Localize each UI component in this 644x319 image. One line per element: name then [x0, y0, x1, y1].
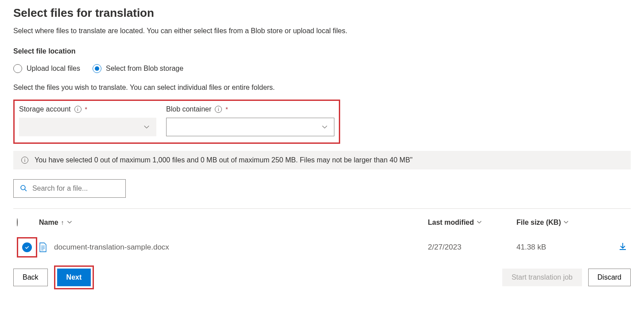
file-last-modified: 2/27/2023	[428, 243, 516, 252]
page-subtitle: Select where files to translate are loca…	[13, 27, 631, 35]
footer-actions: Back Next Start translation job Discard	[13, 265, 631, 289]
select-all-checkbox[interactable]	[17, 218, 18, 227]
chevron-down-icon	[563, 219, 569, 227]
file-table-header: Name ↑ Last modified File size (KB)	[13, 213, 631, 232]
file-size: 41.38 kB	[516, 243, 605, 252]
radio-icon	[13, 64, 22, 73]
info-icon[interactable]: i	[74, 106, 81, 113]
required-indicator: *	[225, 106, 228, 113]
table-divider	[13, 208, 631, 209]
radio-label: Upload local files	[27, 65, 80, 73]
row-select-highlight	[17, 237, 37, 258]
file-search-box[interactable]	[13, 179, 126, 198]
storage-account-dropdown[interactable]	[19, 118, 156, 136]
file-name: document-translation-sample.docx	[54, 243, 169, 252]
radio-label: Select from Blob storage	[106, 65, 183, 73]
chevron-down-icon	[67, 219, 72, 227]
download-icon[interactable]	[618, 242, 627, 253]
blob-container-dropdown[interactable]	[166, 118, 334, 136]
column-last-modified[interactable]: Last modified	[428, 219, 516, 227]
blob-container-label: Blob container	[166, 105, 211, 113]
next-button-highlight: Next	[54, 265, 94, 289]
column-label: Last modified	[428, 219, 474, 227]
radio-upload-local-files[interactable]: Upload local files	[13, 64, 80, 73]
sort-ascending-icon: ↑	[61, 219, 64, 226]
selection-info-bar: i You have selected 0 out of maximum 1,0…	[13, 151, 631, 169]
column-file-size[interactable]: File size (KB)	[516, 219, 605, 227]
page-title: Select files for translation	[13, 6, 631, 20]
table-row[interactable]: document-translation-sample.docx 2/27/20…	[13, 232, 631, 263]
info-icon: i	[21, 157, 28, 164]
back-button[interactable]: Back	[13, 269, 48, 286]
column-name[interactable]: Name ↑	[39, 219, 428, 227]
column-label: Name	[39, 219, 58, 227]
svg-point-0	[21, 185, 25, 190]
next-button[interactable]: Next	[57, 269, 91, 286]
search-icon	[20, 184, 27, 192]
storage-account-label: Storage account	[19, 105, 71, 113]
section-select-file-location: Select file location	[13, 47, 631, 55]
info-icon[interactable]: i	[215, 106, 222, 113]
blob-container-field: Blob container i *	[166, 105, 334, 136]
radio-icon	[93, 64, 101, 73]
radio-select-from-blob-storage[interactable]: Select from Blob storage	[93, 64, 183, 73]
row-select-checkbox[interactable]	[22, 242, 32, 252]
discard-button[interactable]: Discard	[588, 269, 631, 286]
start-translation-job-button: Start translation job	[502, 269, 582, 286]
search-input[interactable]	[31, 184, 119, 193]
svg-line-1	[25, 189, 27, 191]
document-icon	[39, 242, 47, 252]
file-location-radio-group: Upload local files Select from Blob stor…	[13, 64, 631, 73]
storage-config-highlight: Storage account i * Blob container i *	[13, 100, 340, 144]
info-bar-text: You have selected 0 out of maximum 1,000…	[35, 156, 413, 164]
chevron-down-icon	[477, 219, 482, 227]
chevron-down-icon	[144, 124, 150, 130]
storage-account-field: Storage account i *	[19, 105, 156, 136]
required-indicator: *	[85, 106, 87, 113]
column-label: File size (KB)	[516, 219, 561, 227]
instruction-text: Select the files you wish to translate. …	[13, 84, 631, 92]
chevron-down-icon	[322, 124, 328, 130]
